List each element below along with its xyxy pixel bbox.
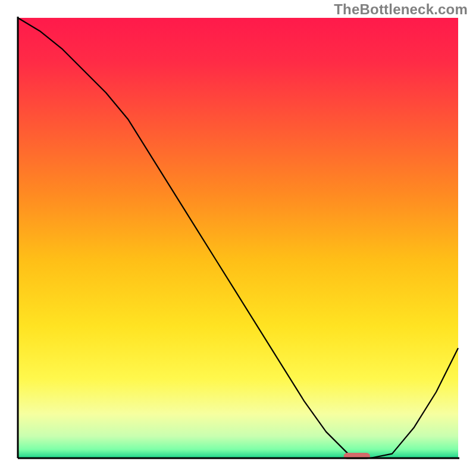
watermark-text: TheBottleneck.com [334,1,468,18]
plot-background-gradient [18,18,458,458]
bottleneck-chart [0,0,476,476]
